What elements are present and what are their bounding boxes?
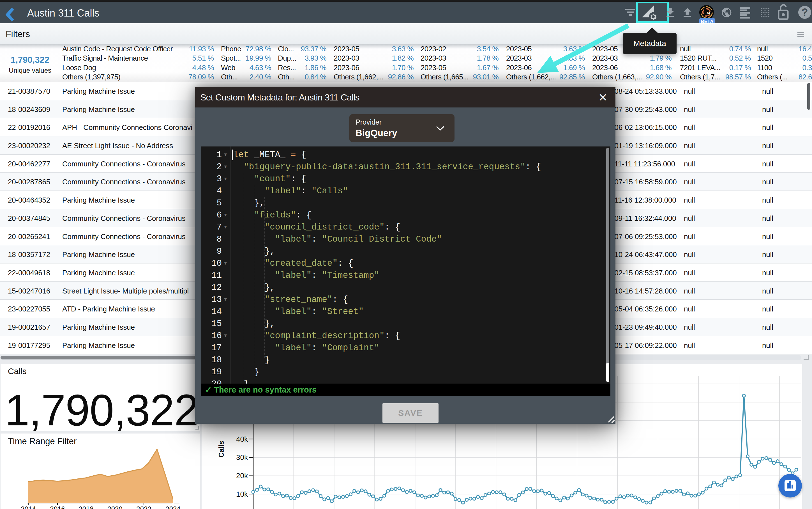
svg-text:30k: 30k: [236, 453, 248, 462]
svg-text:2024: 2024: [165, 505, 180, 509]
svg-text:2014: 2014: [21, 505, 36, 509]
svg-text:2020: 2020: [107, 505, 122, 509]
svg-text:20k: 20k: [236, 471, 248, 480]
svg-text:2016: 2016: [50, 505, 65, 509]
svg-text:2018: 2018: [78, 505, 94, 509]
svg-text:10k: 10k: [236, 490, 248, 498]
svg-text:2022: 2022: [136, 505, 151, 509]
svg-text:40k: 40k: [236, 435, 248, 443]
